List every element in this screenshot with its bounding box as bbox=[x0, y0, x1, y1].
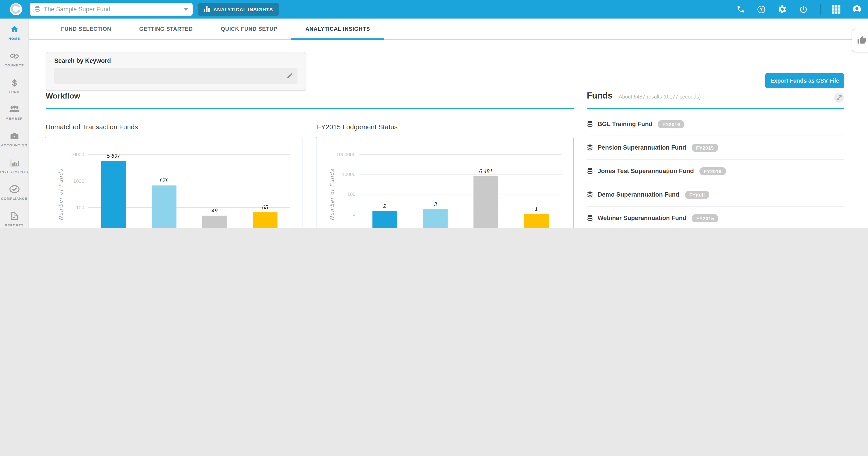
tab-fund-selection[interactable]: FUND SELECTION bbox=[47, 19, 125, 39]
member-icon bbox=[0, 105, 29, 116]
chart-title-fy2015-lodgement-status: FY2015 Lodgement Status bbox=[317, 123, 575, 131]
chart-title-unmatched-transaction-funds: Unmatched Transaction Funds bbox=[46, 123, 303, 131]
home-icon bbox=[0, 25, 29, 36]
topbar: The Sample Super Fund ANALYTICAL INSIGHT… bbox=[0, 0, 868, 19]
svg-text:1000000: 1000000 bbox=[336, 152, 355, 157]
search-keyword-input[interactable] bbox=[54, 68, 298, 84]
svg-text:10000: 10000 bbox=[342, 171, 355, 177]
search-card: Search by Keyword bbox=[46, 52, 306, 91]
database-icon bbox=[34, 6, 40, 13]
account-icon[interactable] bbox=[852, 4, 862, 14]
fund-year-badge: FY2016 bbox=[700, 167, 726, 175]
pencil-icon bbox=[286, 72, 293, 81]
analytical-insights-button[interactable]: ANALYTICAL INSIGHTS bbox=[197, 3, 279, 16]
sidebar-item-label: COMPLIANCE bbox=[0, 197, 29, 201]
svg-text:1000: 1000 bbox=[73, 178, 84, 184]
apps-grid-icon[interactable] bbox=[832, 5, 840, 13]
sidebar-item-investments[interactable]: INVESTMENTS bbox=[0, 158, 29, 185]
sidebar-item-label: FUND bbox=[0, 90, 29, 94]
fund-row[interactable]: BGL Training FundFY2016 bbox=[587, 112, 844, 136]
thumbs-up-icon bbox=[857, 35, 867, 46]
bgl-logo-icon bbox=[10, 3, 22, 15]
fund-row[interactable]: Jones Test Superannuation FundFY2016 bbox=[587, 160, 844, 183]
compliance-icon bbox=[0, 185, 29, 196]
help-icon[interactable]: ? bbox=[757, 5, 766, 14]
sidebar-item-member[interactable]: MEMBER bbox=[0, 105, 29, 131]
sidebar-item-home[interactable]: HOME bbox=[0, 25, 29, 52]
fund-name: Webinar Superannuation Fund bbox=[598, 215, 686, 222]
accounting-icon bbox=[0, 131, 29, 142]
fund-selector-value: The Sample Super Fund bbox=[44, 6, 181, 13]
fy2015-lodgement-status-chart: 011001000010000002Validated3Lodged6 481N… bbox=[316, 137, 574, 228]
sidebar-item-label: CONNECT bbox=[0, 63, 29, 67]
sidebar: HOMECONNECT$FUNDMEMBERACCOUNTINGINVESTME… bbox=[0, 19, 29, 228]
investments-icon bbox=[0, 158, 29, 169]
sidebar-item-reports[interactable]: REPORTS bbox=[0, 211, 29, 228]
unmatched-transaction-funds-chart-svg: 101001000100005 69706761 - 204921 - 6065… bbox=[45, 137, 302, 228]
svg-text:?: ? bbox=[760, 7, 763, 12]
sidebar-item-accounting[interactable]: ACCOUNTING bbox=[0, 131, 29, 158]
workflow-underline bbox=[46, 108, 574, 109]
export-funds-csv-button[interactable]: Export Funds as CSV File bbox=[765, 73, 844, 88]
expand-icon[interactable] bbox=[834, 93, 844, 104]
funds-results-summary: About 6487 results (0.177 seconds) bbox=[619, 94, 701, 99]
tab-quick-fund-setup[interactable]: QUICK FUND SETUP bbox=[207, 19, 291, 39]
fund-name: BGL Training Fund bbox=[598, 121, 653, 127]
svg-text:3: 3 bbox=[434, 201, 437, 207]
sidebar-item-label: HOME bbox=[0, 37, 29, 41]
svg-text:100: 100 bbox=[76, 205, 84, 210]
tab-analytical-insights[interactable]: ANALYTICAL INSIGHTS bbox=[291, 19, 384, 39]
fund-year-badge: FY2015 bbox=[692, 143, 718, 152]
main-content: FUND SELECTIONGETTING STARTEDQUICK FUND … bbox=[29, 19, 868, 228]
funds-header: Funds About 6487 results (0.177 seconds) bbox=[587, 91, 844, 107]
chevron-down-icon bbox=[184, 8, 188, 11]
fund-selector-dropdown[interactable]: The Sample Super Fund bbox=[30, 3, 193, 16]
workflow-heading: Workflow bbox=[46, 92, 80, 101]
fund-name: Jones Test Superannuation Fund bbox=[598, 168, 694, 174]
svg-text:5 697: 5 697 bbox=[107, 153, 120, 159]
sidebar-item-label: ACCOUNTING bbox=[0, 143, 29, 147]
topbar-divider bbox=[819, 4, 820, 15]
sidebar-item-label: REPORTS bbox=[0, 223, 29, 227]
fund-name: Pension Superannuation Fund bbox=[598, 144, 686, 151]
bar-chart-icon bbox=[204, 6, 210, 12]
analytical-insights-button-label: ANALYTICAL INSIGHTS bbox=[213, 6, 273, 12]
database-icon bbox=[587, 144, 593, 151]
database-icon bbox=[587, 121, 593, 128]
svg-text:2: 2 bbox=[383, 203, 386, 209]
svg-text:10000: 10000 bbox=[70, 152, 84, 157]
funds-heading: Funds bbox=[587, 91, 613, 100]
tab-getting-started[interactable]: GETTING STARTED bbox=[125, 19, 207, 39]
sidebar-item-compliance[interactable]: COMPLIANCE bbox=[0, 185, 29, 211]
sidebar-item-connect[interactable]: CONNECT bbox=[0, 52, 29, 78]
reports-icon bbox=[0, 211, 29, 222]
funds-list: BGL Training FundFY2016Pension Superannu… bbox=[587, 112, 844, 228]
fund-name: Demo Superannuation Fund bbox=[598, 191, 680, 198]
sidebar-item-fund[interactable]: $FUND bbox=[0, 78, 29, 105]
fy2015-lodgement-status-chart-svg: 011001000010000002Validated3Lodged6 481N… bbox=[316, 137, 573, 228]
database-icon bbox=[587, 167, 593, 175]
fund-year-badge: FY2016 bbox=[658, 120, 685, 128]
svg-text:$: $ bbox=[12, 78, 17, 88]
fund-row[interactable]: Webinar Superannuation FundFY2015 bbox=[587, 206, 844, 228]
phone-icon[interactable] bbox=[737, 5, 745, 13]
svg-text:100: 100 bbox=[347, 191, 355, 197]
tab-bar: FUND SELECTIONGETTING STARTEDQUICK FUND … bbox=[29, 19, 868, 40]
settings-gear-icon[interactable] bbox=[778, 4, 787, 14]
database-icon bbox=[587, 191, 593, 198]
fund-row[interactable]: Demo Superannuation FundFYnull bbox=[587, 183, 844, 206]
svg-text:6 481: 6 481 bbox=[479, 168, 493, 174]
svg-text:1: 1 bbox=[353, 211, 355, 217]
app: The Sample Super Fund ANALYTICAL INSIGHT… bbox=[0, 0, 868, 228]
search-label: Search by Keyword bbox=[54, 57, 111, 64]
sidebar-item-label: INVESTMENTS bbox=[0, 170, 29, 174]
fund-year-badge: FYnull bbox=[685, 191, 710, 199]
fund-row[interactable]: Pension Superannuation FundFY2015 bbox=[587, 136, 844, 160]
svg-text:49: 49 bbox=[212, 207, 218, 214]
fund-icon: $ bbox=[0, 78, 29, 89]
unmatched-transaction-funds-chart: 101001000100005 69706761 - 204921 - 6065… bbox=[45, 137, 303, 228]
power-icon[interactable] bbox=[799, 5, 808, 14]
feedback-thumbs-up-button[interactable] bbox=[852, 29, 868, 53]
svg-text:1: 1 bbox=[535, 206, 538, 212]
svg-text:Number of Funds: Number of Funds bbox=[58, 168, 64, 220]
